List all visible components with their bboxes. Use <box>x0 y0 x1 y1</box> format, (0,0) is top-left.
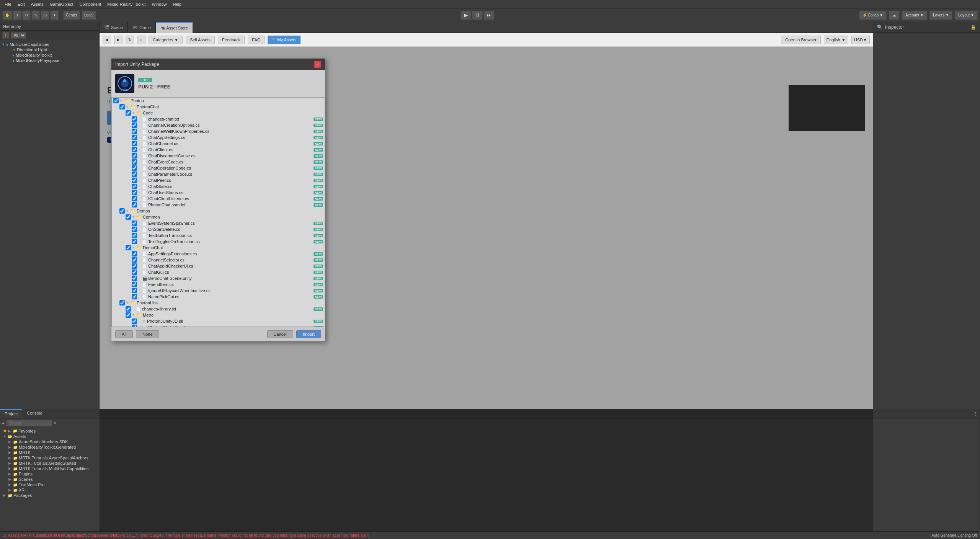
my-assets-button[interactable]: 🛒 My Assets <box>268 36 301 44</box>
file-row-eventsystemspawner-cs[interactable]: 📄EventSystemSpawner.csNEW <box>112 220 325 226</box>
file-checkbox[interactable] <box>132 153 137 158</box>
file-row-appsettingsextensions-cs[interactable]: 📄AppSettingsExtensions.csNEW <box>112 251 325 257</box>
step-button[interactable]: ⏭ <box>483 11 494 20</box>
file-checkbox[interactable] <box>132 318 137 324</box>
file-checkbox[interactable] <box>126 245 131 250</box>
file-checkbox[interactable] <box>126 110 131 116</box>
layers-button[interactable]: Layers ▼ <box>929 11 952 20</box>
menu-edit[interactable]: Edit <box>15 1 28 7</box>
file-checkbox[interactable] <box>132 202 137 207</box>
currency-selector[interactable]: USD ▼ <box>851 36 870 44</box>
file-checkbox[interactable] <box>126 306 131 312</box>
file-row-photonlibs[interactable]: ▼📁PhotonLibs <box>112 300 325 306</box>
file-row-chatparametercode-cs[interactable]: 📄ChatParameterCode.csNEW <box>112 171 325 177</box>
file-checkbox[interactable] <box>132 282 137 287</box>
import-button[interactable]: Import <box>296 330 321 338</box>
tree-item-mrplayspace[interactable]: ● MixedRealityPlayspace <box>0 58 99 63</box>
file-row-changes-library-txt[interactable]: 📄changes-library.txtNEW <box>112 306 325 312</box>
hierarchy-filter[interactable]: All <box>11 32 26 39</box>
file-row-chatstate-cs[interactable]: 📄ChatState.csNEW <box>112 183 325 189</box>
hand-tool[interactable]: ✋ <box>2 11 12 20</box>
file-checkbox[interactable] <box>113 98 119 103</box>
rotate-tool[interactable]: ↻ <box>22 11 31 20</box>
hierarchy-add[interactable]: + <box>2 32 9 39</box>
tree-item-mrtk[interactable]: ● MixedRealityToolkit <box>0 52 99 58</box>
file-checkbox[interactable] <box>132 251 137 256</box>
cloud-button[interactable]: ☁ <box>889 11 900 20</box>
file-row-changes-chat-txt[interactable]: 📄changes-chat.txtNEW <box>112 116 325 122</box>
file-row-code[interactable]: ▼📁Code <box>112 110 325 116</box>
file-row-photonchat-asmdef[interactable]: 📄PhotonChat.asmdefNEW <box>112 202 325 208</box>
scene-tab[interactable]: 🎬 Scene <box>100 22 128 33</box>
all-button[interactable]: All <box>115 330 133 338</box>
file-row-chatchannel-cs[interactable]: 📄ChatChannel.csNEW <box>112 140 325 147</box>
file-row-metro[interactable]: ▼📁Metro <box>112 312 325 318</box>
add-button[interactable]: + <box>2 420 5 426</box>
forward-button[interactable]: ▶ <box>114 36 122 44</box>
file-checkbox[interactable] <box>132 129 137 134</box>
file-row-ichatclientlistener-cs[interactable]: 📄IChatClientListener.csNEW <box>112 196 325 202</box>
panel-options[interactable]: ⋮ <box>972 409 980 418</box>
file-row-chatappsettings-cs[interactable]: 📄ChatAppSettings.csNEW <box>112 134 325 140</box>
menu-gameobject[interactable]: GameObject <box>47 1 77 7</box>
none-button[interactable]: None <box>136 330 159 338</box>
file-checkbox[interactable] <box>126 312 131 318</box>
rect-tool[interactable]: ▭ <box>41 11 49 20</box>
menu-help[interactable]: Help <box>170 1 185 7</box>
inspector-lock[interactable]: 🔒 <box>970 24 976 30</box>
file-checkbox[interactable] <box>132 257 137 263</box>
collab-button[interactable]: ⚡ Collab ▼ <box>859 11 887 20</box>
move-tool[interactable]: ✛ <box>13 11 21 20</box>
file-checkbox[interactable] <box>132 165 137 171</box>
play-button[interactable]: ▶ <box>461 11 471 20</box>
categories-button[interactable]: Categories ▼ <box>149 36 183 44</box>
file-checkbox[interactable] <box>132 116 137 122</box>
back-button[interactable]: ◀ <box>103 36 111 44</box>
refresh-button[interactable]: ↻ <box>126 36 134 44</box>
file-row-chatappidcheckerui-cs[interactable]: 📄ChatAppIdCheckerUi.csNEW <box>112 263 325 269</box>
console-tab[interactable]: Console <box>22 409 47 418</box>
file-checkbox[interactable] <box>132 135 137 140</box>
file-checkbox[interactable] <box>132 294 137 299</box>
file-row-chatoperationcode-cs[interactable]: 📄ChatOperationCode.csNEW <box>112 165 325 171</box>
file-checkbox[interactable] <box>132 270 137 275</box>
file-checkbox[interactable] <box>132 122 137 128</box>
file-row-ignoreuiraycastwheninactive-cs[interactable]: 📄IgnoreUIRaycastWhenInactive.csNEW <box>112 287 325 294</box>
file-checkbox[interactable] <box>132 288 137 293</box>
layout-button[interactable]: Layout ▼ <box>955 11 978 20</box>
file-checkbox[interactable] <box>132 227 137 232</box>
menu-component[interactable]: Component <box>76 1 104 7</box>
feedback-button[interactable]: Feedback <box>218 36 245 44</box>
file-checkbox[interactable] <box>132 172 137 177</box>
file-row-photon[interactable]: ▼📁Photon <box>112 98 325 104</box>
scale-tool[interactable]: ⤡ <box>31 11 40 20</box>
file-checkbox[interactable] <box>132 233 137 238</box>
tree-item-multiuser[interactable]: ▼ ● MultiUserCapabilities <box>0 42 99 47</box>
tree-item-light[interactable]: ☀ Directional Light <box>0 47 99 52</box>
file-row-namepickgui-cs[interactable]: 📄NamePickGui.csNEW <box>112 294 325 300</box>
file-row-channelwellknownproperties-cs[interactable]: 📄ChannelWellKnownProperties.csNEW <box>112 128 325 134</box>
asset-store-tab[interactable]: 🛍 Asset Store <box>156 22 193 33</box>
menu-assets[interactable]: Assets <box>28 1 47 7</box>
file-row-chatclient-cs[interactable]: 📄ChatClient.csNEW <box>112 147 325 153</box>
file-row-texttogglesontransition-cs[interactable]: 📄TextTogglesOnTransition.csNEW <box>112 238 325 245</box>
file-row-frienditem-cs[interactable]: 📄FriendItem.csNEW <box>112 281 325 287</box>
file-checkbox[interactable] <box>119 208 125 214</box>
file-checkbox[interactable] <box>119 104 125 109</box>
menu-mixed-reality[interactable]: Mixed Reality Toolkit <box>104 1 149 7</box>
file-checkbox[interactable] <box>126 214 131 220</box>
dialog-close-button[interactable]: × <box>314 61 321 68</box>
file-row-chatgui-cs[interactable]: 📄ChatGui.csNEW <box>112 269 325 275</box>
file-row-photon3unity3d-pdb[interactable]: 📄Photon3Unity3D.pdbNEW <box>112 324 325 327</box>
file-checkbox[interactable] <box>132 178 137 183</box>
file-row-demochat-scene-unity[interactable]: 🎬DemoChat-Scene.unityNEW <box>112 275 325 281</box>
file-row-textbuttontransition-cs[interactable]: 📄TextButtonTransition.csNEW <box>112 232 325 238</box>
file-checkbox[interactable] <box>132 239 137 244</box>
file-row-chateventcode-cs[interactable]: 📄ChatEventCode.csNEW <box>112 159 325 165</box>
faq-button[interactable]: FAQ <box>248 36 265 44</box>
file-row-common[interactable]: ▼📁Common <box>112 214 325 220</box>
file-row-photon3unity3d-dll[interactable]: ⚙Photon3Unity3D.dllNEW <box>112 318 325 324</box>
cancel-button[interactable]: Cancel <box>267 330 293 338</box>
file-row-chatuserstatus-cs[interactable]: 📄ChatUserStatus.csNEW <box>112 189 325 196</box>
menu-file[interactable]: File <box>2 1 15 7</box>
